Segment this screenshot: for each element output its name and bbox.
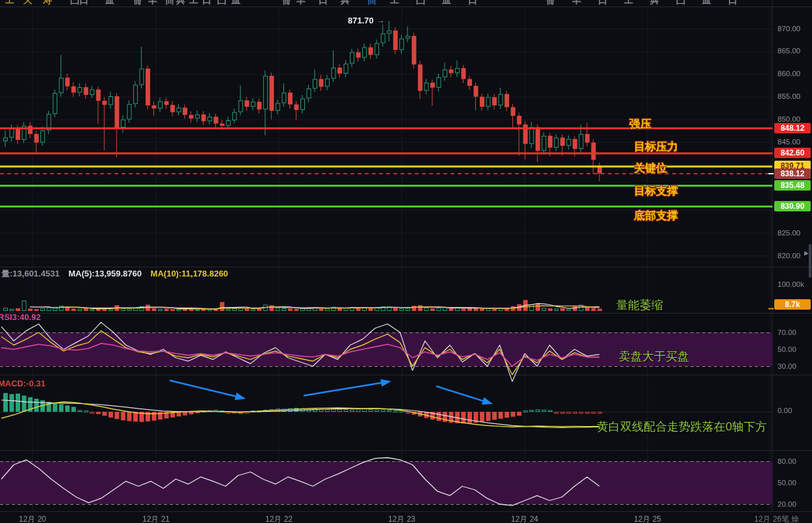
chart-text-annotation[interactable]: 底部支撑	[634, 209, 678, 222]
price-axis-tick[interactable]: 820.00	[778, 252, 800, 260]
toolbar-icon-fragment[interactable]: 卌	[367, 0, 376, 6]
toolbar-icon-fragment[interactable]: 冊	[282, 0, 291, 6]
price-scale-scrollbar[interactable]	[809, 244, 811, 278]
chart-text-annotation[interactable]: 目标压力	[634, 141, 678, 154]
time-axis-label[interactable]: 12月 26笔 燥	[754, 514, 799, 523]
toolbar-icon-fragment[interactable]: 丰	[296, 0, 306, 6]
macd-indicator-label: MACD:-0.31	[0, 379, 46, 388]
chart-text-annotation[interactable]: 量能萎缩	[616, 299, 663, 312]
chart-text-annotation[interactable]: 黄白双线配合走势跌落在0轴下方	[597, 420, 767, 434]
rsi-axis-tick[interactable]: 50.00	[778, 345, 796, 354]
chart-canvas[interactable]	[0, 0, 812, 523]
toolbar-icon-fragment[interactable]: 凸	[416, 0, 425, 6]
volume-ma10-label: MA(10):11,178.8260	[151, 269, 228, 278]
toolbar-icon-fragment[interactable]: 罒	[520, 0, 529, 6]
time-axis-label[interactable]: 12月 24	[511, 514, 538, 523]
rsi-indicator-label: RSI3:40.92	[0, 312, 41, 322]
toolbar-icon-fragment[interactable]: 冊	[546, 0, 555, 6]
toolbar-icon-fragment[interactable]: 口	[319, 0, 328, 6]
macd-axis-tick[interactable]: 0.00	[778, 407, 792, 415]
toolbar-icon-fragment[interactable]: 丰	[572, 0, 581, 6]
price-level-badge-current: 838.12	[774, 168, 811, 179]
toolbar-icon-fragment[interactable]: 典	[341, 0, 350, 6]
time-axis-label[interactable]: 12月 22	[265, 514, 293, 523]
toolbar-icon-fragment[interactable]: 罒	[122, 0, 131, 6]
chart-text-annotation[interactable]: 目标支撑	[634, 185, 678, 198]
osc-axis-tick[interactable]: 80.00	[778, 457, 796, 466]
time-axis-label[interactable]: 12月 20	[19, 514, 46, 523]
price-axis-tick[interactable]: 825.00	[778, 229, 800, 237]
price-level-badge-resistance: 848.12	[774, 123, 811, 133]
toolbar-icon-fragment[interactable]: 寿	[43, 0, 52, 6]
toolbar-icon-fragment[interactable]: 艹	[92, 0, 101, 6]
toolbar-icon-fragment[interactable]: 口	[468, 0, 477, 6]
toolbar-icon-fragment[interactable]: 艹	[494, 0, 503, 6]
toolbar-icon-fragment[interactable]: 凸	[70, 0, 79, 6]
toolbar-icon-fragment[interactable]: 口	[79, 0, 88, 6]
price-level-badge-support: 835.48	[774, 180, 811, 191]
scroll-right-arrow-icon[interactable]: ▶	[804, 250, 809, 256]
rsi-axis-tick[interactable]: 30.00	[778, 362, 796, 371]
price-axis-tick[interactable]: 870.00	[778, 25, 800, 33]
volume-axis-tick[interactable]: 100.00k	[778, 280, 804, 289]
high-price-value: 871.70	[348, 16, 374, 25]
chart-text-annotation[interactable]: 强压	[629, 118, 651, 131]
time-axis-label[interactable]: 12月 25	[634, 514, 661, 523]
toolbar-icon-fragment[interactable]: 冊	[133, 0, 142, 6]
volume-last-badge: 8.7k	[774, 299, 811, 310]
toolbar-icon-fragment[interactable]: 罒	[266, 0, 275, 6]
toolbar-icon-fragment[interactable]: 典	[650, 0, 659, 6]
toolbar-icon-fragment[interactable]: 工	[5, 0, 14, 6]
toolbar-icon-fragment[interactable]: 皿	[231, 0, 241, 6]
toolbar-icon-fragment[interactable]: 皿	[442, 0, 451, 6]
price-axis-tick[interactable]: 855.00	[778, 92, 800, 101]
toolbar-icon-fragment[interactable]: 工	[624, 0, 633, 6]
price-level-badge-support: 830.90	[774, 201, 811, 211]
chart-text-annotation[interactable]: 关键位	[634, 162, 667, 175]
price-axis-tick[interactable]: 865.00	[778, 47, 800, 55]
toolbar-icon-fragment[interactable]: 工	[390, 0, 399, 6]
time-axis-label[interactable]: 12月 23	[388, 514, 415, 523]
price-level-badge-resistance: 842.60	[774, 148, 811, 158]
osc-axis-tick[interactable]: 20.00	[778, 500, 796, 509]
volume-value-label: 量:13,601.4531	[1, 269, 60, 278]
toolbar-icon-fragment[interactable]: 工	[189, 0, 198, 6]
volume-indicator-labels: 量:13,601.4531 MA(5):13,959.8760 MA(10):1…	[1, 268, 228, 280]
right-arrow-icon: →	[376, 16, 385, 25]
toolbar-icon-fragment[interactable]: 艹	[246, 0, 255, 6]
price-axis-tick[interactable]: 860.00	[778, 70, 800, 78]
toolbar-icon-fragment[interactable]: 卌	[165, 0, 174, 6]
toolbar-icon-fragment[interactable]: 天	[23, 0, 33, 6]
toolbar-icon-fragment[interactable]: 口	[202, 0, 211, 6]
chart-text-annotation[interactable]: 卖盘大于买盘	[619, 350, 689, 364]
toolbar-icon-fragment[interactable]: 口	[728, 0, 737, 6]
top-toolbar[interactable]: 工天寿凸口艹皿罒冊丰卌典工口凸皿艹罒冊丰口典卌工凸皿口艹罒冊丰口工典凸皿口	[0, 0, 812, 6]
osc-axis-tick[interactable]: 50.00	[778, 479, 796, 487]
toolbar-icon-fragment[interactable]: 皿	[105, 0, 114, 6]
time-axis-label[interactable]: 12月 21	[142, 514, 170, 523]
toolbar-icon-fragment[interactable]: 口	[598, 0, 607, 6]
price-axis-tick[interactable]: 845.00	[778, 138, 800, 146]
toolbar-icon-fragment[interactable]: 典	[176, 0, 185, 6]
toolbar-icon-fragment[interactable]: 皿	[702, 0, 711, 6]
trading-app: 工天寿凸口艹皿罒冊丰卌典工口凸皿艹罒冊丰口典卌工凸皿口艹罒冊丰口工典凸皿口 87…	[0, 0, 812, 523]
toolbar-icon-fragment[interactable]: 凸	[676, 0, 685, 6]
toolbar-icon-fragment[interactable]: 凸	[217, 0, 226, 6]
toolbar-icon-fragment[interactable]: 丰	[148, 0, 157, 6]
volume-ma5-label: MA(5):13,959.8760	[68, 269, 142, 278]
rsi-axis-tick[interactable]: 70.00	[778, 329, 796, 337]
high-price-annotation[interactable]: 871.70→	[348, 16, 385, 25]
